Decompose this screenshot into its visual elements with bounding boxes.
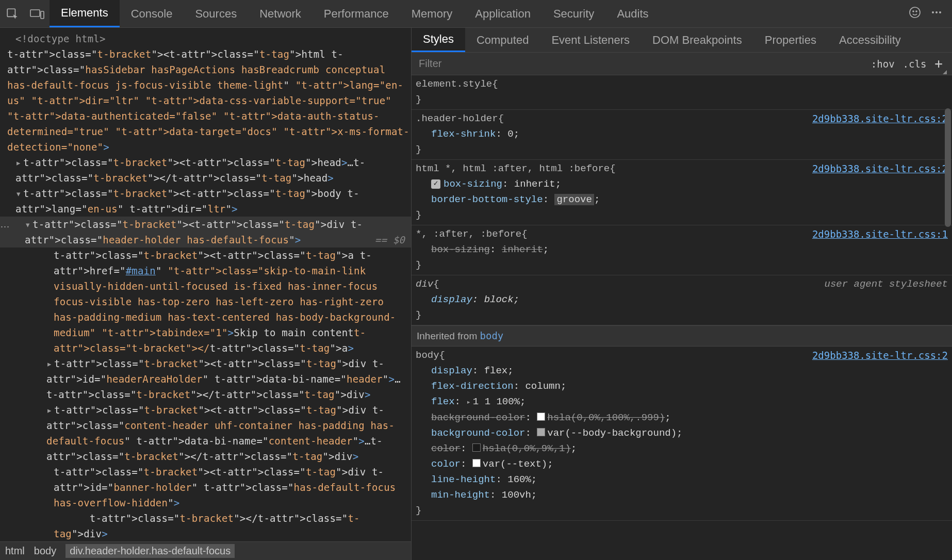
subtab-dom-breakpoints[interactable]: DOM Breakpoints — [641, 28, 753, 52]
source-link[interactable]: 2d9bb338.site-ltr.css:2 — [812, 111, 948, 126]
css-property[interactable]: box-sizing: inherit; — [416, 242, 948, 257]
dom-node[interactable]: t-attr">class="t-bracket"><t-attr">class… — [0, 464, 411, 510]
css-property[interactable]: display: block; — [416, 292, 948, 307]
svg-point-4 — [913, 11, 914, 12]
subtab-styles[interactable]: Styles — [412, 28, 465, 52]
cls-toggle[interactable]: .cls — [903, 58, 927, 70]
hov-toggle[interactable]: :hov — [871, 58, 895, 70]
css-property[interactable]: flex: 1 1 100%; — [416, 394, 948, 410]
property-checkbox[interactable]: ✓ — [431, 179, 440, 189]
css-property[interactable]: display: flex; — [416, 363, 948, 378]
device-toolbar-icon[interactable] — [25, 0, 50, 28]
style-rule[interactable]: .header-holder {2d9bb338.site-ltr.css:2f… — [412, 110, 952, 160]
css-property[interactable]: border-bottom-style: groove; — [416, 192, 948, 207]
dom-node[interactable]: ▾t-attr">class="t-bracket"><t-attr">clas… — [0, 186, 411, 217]
breadcrumb-item[interactable]: div.header-holder.has-default-focus — [65, 544, 235, 558]
style-rule[interactable]: body {2d9bb338.site-ltr.css:2display: fl… — [412, 347, 952, 521]
dom-node[interactable]: ▸t-attr">class="t-bracket"><t-attr">clas… — [0, 356, 411, 402]
styles-sub-tabs: StylesComputedEvent ListenersDOM Breakpo… — [412, 28, 952, 53]
style-rule[interactable]: div {user agent stylesheetdisplay: block… — [412, 275, 952, 325]
subtab-computed[interactable]: Computed — [465, 28, 540, 52]
tab-audits[interactable]: Audits — [605, 0, 660, 27]
css-property[interactable]: ✓box-sizing: inherit; — [416, 176, 948, 192]
inherited-from-bar: Inherited from body — [412, 325, 952, 347]
new-style-rule-icon[interactable]: + — [934, 56, 943, 71]
styles-filter-bar: :hov .cls + — [412, 53, 952, 75]
dom-node[interactable]: ▸t-attr">class="t-bracket"><t-attr">clas… — [0, 155, 411, 186]
tab-elements[interactable]: Elements — [50, 0, 120, 27]
css-property[interactable]: color: var(--text); — [416, 456, 948, 472]
svg-rect-2 — [41, 11, 44, 19]
dom-node[interactable]: t-attr">class="t-bracket"><t-attr">class… — [0, 46, 411, 155]
style-rule[interactable]: html *, html :after, html :before {2d9bb… — [412, 160, 952, 225]
css-property[interactable]: color: hsla(0,0%,9%,1); — [416, 441, 948, 456]
svg-point-6 — [932, 11, 934, 13]
inspect-element-icon[interactable] — [0, 0, 25, 28]
svg-point-7 — [935, 11, 938, 13]
color-swatch[interactable] — [472, 459, 481, 467]
css-property[interactable]: line-height: 160%; — [416, 472, 948, 487]
dom-node[interactable]: t-attr">class="t-bracket"><t-attr">class… — [0, 248, 411, 356]
scrollbar-thumb[interactable] — [945, 108, 951, 227]
tab-performance[interactable]: Performance — [313, 0, 400, 27]
tab-security[interactable]: Security — [542, 0, 605, 27]
dom-node[interactable]: …▾t-attr">class="t-bracket"><t-attr">cla… — [0, 217, 411, 248]
style-rule[interactable]: *, :after, :before {2d9bb338.site-ltr.cs… — [412, 225, 952, 275]
subtab-properties[interactable]: Properties — [753, 28, 828, 52]
elements-panel: <!doctype html>t-attr">class="t-bracket"… — [0, 28, 412, 560]
subtab-event-listeners[interactable]: Event Listeners — [540, 28, 641, 52]
main-tabs: ElementsConsoleSourcesNetworkPerformance… — [50, 0, 660, 27]
source-link[interactable]: 2d9bb338.site-ltr.css:1 — [812, 226, 948, 242]
main-split: <!doctype html>t-attr">class="t-bracket"… — [0, 28, 952, 560]
more-menu-icon[interactable] — [930, 6, 943, 22]
tab-memory[interactable]: Memory — [400, 0, 464, 27]
color-swatch[interactable] — [472, 443, 481, 452]
svg-point-5 — [916, 11, 917, 12]
feedback-icon[interactable] — [909, 6, 921, 22]
style-rules: element.style {}.header-holder {2d9bb338… — [412, 75, 952, 560]
dom-tree[interactable]: <!doctype html>t-attr">class="t-bracket"… — [0, 28, 411, 541]
dom-node[interactable]: ▸t-attr">class="t-bracket"><t-attr">clas… — [0, 402, 411, 464]
source-link[interactable]: 2d9bb338.site-ltr.css:2 — [812, 348, 948, 363]
svg-rect-1 — [30, 10, 40, 17]
dom-node[interactable]: <!doctype html> — [0, 31, 411, 46]
styles-panel: StylesComputedEvent ListenersDOM Breakpo… — [412, 28, 952, 560]
css-property[interactable]: background-color: hsla(0,0%,100%,.999); — [416, 410, 948, 425]
tab-sources[interactable]: Sources — [184, 0, 248, 27]
style-rule[interactable]: element.style {} — [412, 75, 952, 110]
tab-console[interactable]: Console — [120, 0, 184, 27]
css-property[interactable]: flex-shrink: 0; — [416, 126, 948, 142]
devtools-toolbar: ElementsConsoleSourcesNetworkPerformance… — [0, 0, 952, 28]
breadcrumb-item[interactable]: body — [34, 545, 56, 557]
tab-network[interactable]: Network — [248, 0, 313, 27]
dom-node[interactable]: t-attr">class="t-bracket"></t-attr">clas… — [0, 510, 411, 541]
svg-point-8 — [939, 11, 941, 13]
dom-breadcrumb: htmlbodydiv.header-holder.has-default-fo… — [0, 541, 411, 560]
css-property[interactable]: flex-direction: column; — [416, 378, 948, 394]
color-swatch[interactable] — [537, 413, 545, 421]
tab-application[interactable]: Application — [464, 0, 542, 27]
css-property[interactable]: background-color: var(--body-background)… — [416, 425, 948, 441]
ua-label: user agent stylesheet — [825, 276, 948, 292]
subtab-accessibility[interactable]: Accessibility — [828, 28, 912, 52]
styles-filter-input[interactable] — [412, 58, 871, 70]
source-link[interactable]: 2d9bb338.site-ltr.css:2 — [812, 161, 948, 176]
color-swatch[interactable] — [537, 428, 545, 436]
svg-point-3 — [910, 7, 920, 18]
css-property[interactable]: min-height: 100vh; — [416, 487, 948, 503]
breadcrumb-item[interactable]: html — [5, 545, 25, 557]
